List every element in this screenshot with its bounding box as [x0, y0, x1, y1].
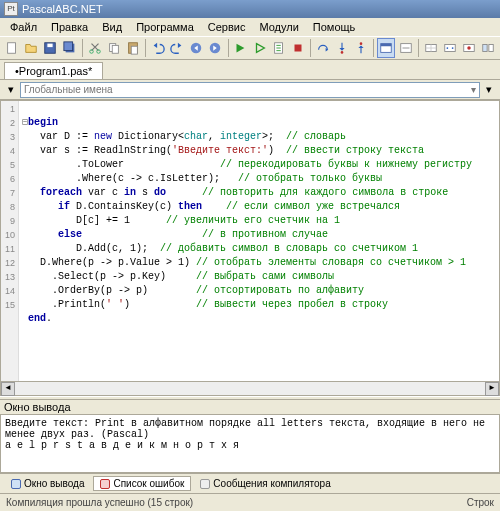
scroll-track[interactable] — [15, 382, 485, 395]
locals-icon[interactable] — [441, 38, 459, 58]
compiler-messages-icon — [200, 479, 210, 489]
paste-icon[interactable] — [124, 38, 142, 58]
menu-modules[interactable]: Модули — [253, 20, 304, 34]
code-editor[interactable]: 1 2 3 4 5 6 7 8 9 10 11 12 13 14 15 ⊟beg… — [0, 100, 500, 396]
redo-icon[interactable] — [168, 38, 186, 58]
nav-forward-icon[interactable] — [206, 38, 224, 58]
save-all-icon[interactable] — [60, 38, 78, 58]
separator — [82, 39, 83, 57]
svg-point-22 — [446, 47, 448, 49]
compile-icon[interactable] — [270, 38, 288, 58]
step-into-icon[interactable] — [333, 38, 351, 58]
status-message: Компиляция прошла успешно (15 строк) — [6, 497, 193, 508]
line-number: 14 — [1, 284, 15, 298]
new-file-icon[interactable] — [3, 38, 21, 58]
output-window-icon[interactable] — [377, 38, 395, 58]
menu-program[interactable]: Программа — [130, 20, 200, 34]
tab-label: Список ошибок — [113, 478, 184, 489]
output-body[interactable]: Введите текст: Print в алфавитном порядк… — [0, 415, 500, 473]
error-list-icon — [100, 479, 110, 489]
line-number: 5 — [1, 158, 15, 172]
svg-rect-14 — [294, 45, 301, 52]
menu-view[interactable]: Вид — [96, 20, 128, 34]
line-number: 2 — [1, 116, 15, 130]
svg-point-25 — [467, 46, 471, 50]
menu-edit[interactable]: Правка — [45, 20, 94, 34]
titlebar: Pt PascalABC.NET — [0, 0, 500, 18]
svg-point-15 — [341, 51, 344, 54]
tab-compiler-messages[interactable]: Сообщения компилятора — [193, 476, 337, 491]
menubar: Файл Правка Вид Программа Сервис Модули … — [0, 18, 500, 36]
line-number: 12 — [1, 256, 15, 270]
line-number: 9 — [1, 214, 15, 228]
separator — [418, 39, 419, 57]
run-no-debug-icon[interactable] — [251, 38, 269, 58]
statusbar: Компиляция прошла успешно (15 строк) Стр… — [0, 493, 500, 511]
breakpoints-icon[interactable] — [460, 38, 478, 58]
tab-error-list[interactable]: Список ошибок — [93, 476, 191, 491]
immediate-window-icon[interactable] — [396, 38, 414, 58]
output-title: Окно вывода — [0, 400, 500, 415]
scroll-right-icon[interactable]: ► — [485, 382, 499, 396]
separator — [228, 39, 229, 57]
app-icon: Pt — [4, 2, 18, 16]
step-over-icon[interactable] — [314, 38, 332, 58]
line-number: 8 — [1, 200, 15, 214]
line-number: 3 — [1, 130, 15, 144]
undo-icon[interactable] — [149, 38, 167, 58]
app-title: PascalABC.NET — [22, 3, 103, 15]
line-number: 13 — [1, 270, 15, 284]
status-right: Строк — [467, 497, 494, 508]
view-icon[interactable] — [479, 38, 497, 58]
tab-label: Окно вывода — [24, 478, 84, 489]
copy-icon[interactable] — [105, 38, 123, 58]
nav-back-icon[interactable] — [187, 38, 205, 58]
separator — [373, 39, 374, 57]
line-number: 11 — [1, 242, 15, 256]
save-icon[interactable] — [41, 38, 59, 58]
stop-icon[interactable] — [289, 38, 307, 58]
nav-right-dropdown-icon[interactable]: ▾ — [480, 81, 498, 99]
scope-label: Глобальные имена — [24, 84, 113, 95]
watch-icon[interactable] — [421, 38, 439, 58]
line-number: 7 — [1, 186, 15, 200]
step-out-icon[interactable] — [352, 38, 370, 58]
menu-file[interactable]: Файл — [4, 20, 43, 34]
svg-rect-26 — [483, 45, 487, 52]
svg-point-23 — [451, 47, 453, 49]
nav-dropdown-icon[interactable]: ▾ — [2, 81, 20, 99]
separator — [310, 39, 311, 57]
navbar: ▾ Глобальные имена ▾ ▾ — [0, 80, 500, 100]
svg-rect-4 — [63, 42, 72, 51]
toolbar — [0, 36, 500, 60]
line-number: 15 — [1, 298, 15, 312]
file-tab[interactable]: •Program1.pas* — [4, 62, 103, 79]
line-number: 6 — [1, 172, 15, 186]
line-gutter: 1 2 3 4 5 6 7 8 9 10 11 12 13 14 15 — [1, 101, 19, 395]
tab-label: Сообщения компилятора — [213, 478, 330, 489]
svg-rect-2 — [48, 44, 53, 48]
run-icon[interactable] — [231, 38, 249, 58]
line-number: 10 — [1, 228, 15, 242]
separator — [145, 39, 146, 57]
line-number: 1 — [1, 102, 15, 116]
bottom-tabbar: Окно вывода Список ошибок Сообщения комп… — [0, 473, 500, 493]
cut-icon[interactable] — [86, 38, 104, 58]
line-number: 4 — [1, 144, 15, 158]
menu-service[interactable]: Сервис — [202, 20, 252, 34]
scroll-left-icon[interactable]: ◄ — [1, 382, 15, 396]
code-area[interactable]: ⊟begin var D := new Dictionary<char, int… — [19, 101, 499, 395]
open-file-icon[interactable] — [22, 38, 40, 58]
chevron-down-icon: ▾ — [471, 84, 476, 95]
svg-rect-27 — [489, 45, 493, 52]
svg-rect-21 — [444, 45, 455, 52]
svg-rect-0 — [8, 43, 16, 54]
svg-rect-8 — [112, 45, 118, 53]
scope-selector[interactable]: Глобальные имена ▾ — [20, 82, 480, 98]
tabbar: •Program1.pas* — [0, 60, 500, 80]
output-window-icon — [11, 479, 21, 489]
horizontal-scrollbar[interactable]: ◄ ► — [1, 381, 499, 395]
svg-point-16 — [360, 42, 363, 45]
tab-output-window[interactable]: Окно вывода — [4, 476, 91, 491]
menu-help[interactable]: Помощь — [307, 20, 362, 34]
